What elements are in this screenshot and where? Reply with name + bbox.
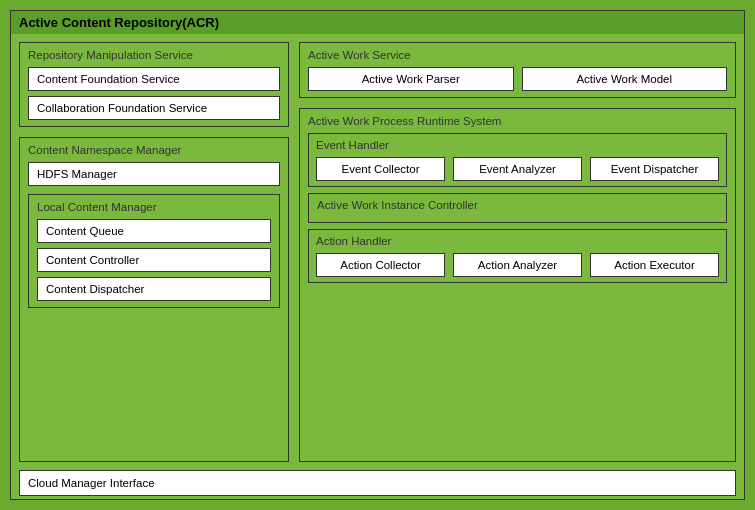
content-namespace-manager: Content Namespace Manager HDFS Manager L… — [19, 137, 289, 462]
action-handler-title: Action Handler — [316, 235, 719, 247]
action-analyzer: Action Analyzer — [453, 253, 582, 277]
hdfs-manager: HDFS Manager — [28, 162, 280, 186]
cloud-manager-interface: Cloud Manager Interface — [19, 470, 736, 496]
repo-manipulation-service: Repository Manipulation Service Content … — [19, 42, 289, 127]
left-column: Repository Manipulation Service Content … — [19, 42, 289, 462]
right-column: Active Work Service Active Work Parser A… — [299, 42, 736, 462]
instance-controller: Active Work Instance Controller — [308, 193, 727, 223]
event-dispatcher: Event Dispatcher — [590, 157, 719, 181]
outer-container: Active Content Repository(ACR) Repositor… — [10, 10, 745, 500]
active-work-model: Active Work Model — [522, 67, 728, 91]
action-handler: Action Handler Action Collector Action A… — [308, 229, 727, 283]
content-foundation-service: Content Foundation Service — [28, 67, 280, 91]
event-handler: Event Handler Event Collector Event Anal… — [308, 133, 727, 187]
content-dispatcher: Content Dispatcher — [37, 277, 271, 301]
event-analyzer: Event Analyzer — [453, 157, 582, 181]
active-work-service: Active Work Service Active Work Parser A… — [299, 42, 736, 98]
runtime-title: Active Work Process Runtime System — [308, 115, 727, 127]
active-work-parser: Active Work Parser — [308, 67, 514, 91]
action-collector: Action Collector — [316, 253, 445, 277]
action-executor: Action Executor — [590, 253, 719, 277]
repo-manipulation-title: Repository Manipulation Service — [28, 49, 280, 61]
active-work-runtime: Active Work Process Runtime System Event… — [299, 108, 736, 462]
action-handler-items: Action Collector Action Analyzer Action … — [316, 253, 719, 277]
local-content-manager: Local Content Manager Content Queue Cont… — [28, 194, 280, 308]
active-work-inline: Active Work Parser Active Work Model — [308, 67, 727, 91]
active-work-service-title: Active Work Service — [308, 49, 727, 61]
outer-title: Active Content Repository(ACR) — [11, 11, 744, 34]
namespace-manager-title: Content Namespace Manager — [28, 144, 280, 156]
event-handler-title: Event Handler — [316, 139, 719, 151]
main-area: Repository Manipulation Service Content … — [11, 34, 744, 470]
event-collector: Event Collector — [316, 157, 445, 181]
event-handler-items: Event Collector Event Analyzer Event Dis… — [316, 157, 719, 181]
content-queue: Content Queue — [37, 219, 271, 243]
collaboration-foundation-service: Collaboration Foundation Service — [28, 96, 280, 120]
content-controller: Content Controller — [37, 248, 271, 272]
local-content-wrapper: Local Content Manager Content Queue Cont… — [28, 194, 280, 308]
local-content-title: Local Content Manager — [37, 201, 271, 213]
instance-controller-title: Active Work Instance Controller — [317, 199, 718, 211]
